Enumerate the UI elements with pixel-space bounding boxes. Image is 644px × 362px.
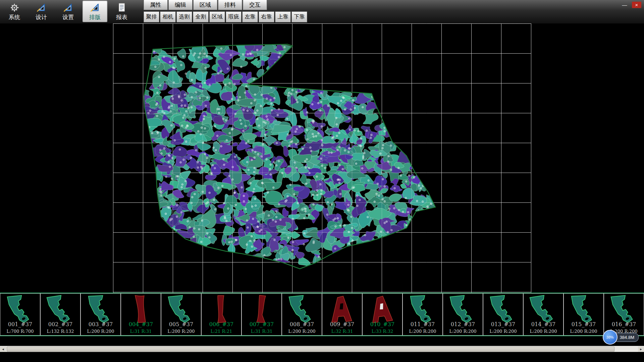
toolbar: 系统设计设置排版报表 属性编辑区域排料交互 聚排相机选割全割区域瑕疵左靠右靠上靠…: [0, 0, 644, 24]
piece-name: 008_#37: [282, 321, 322, 327]
tool-button-3[interactable]: 选割: [176, 11, 192, 22]
piece-name: 010_#37: [363, 321, 402, 327]
nav-button-label: 系统: [9, 13, 20, 21]
piece-thumbnail: [605, 294, 643, 325]
set-square-icon: [63, 2, 73, 13]
piece-thumbnail: [1, 294, 39, 325]
menu-tab-2[interactable]: 编辑: [168, 0, 193, 10]
nav-button-3[interactable]: 设置: [56, 1, 80, 22]
window-controls: — ×: [620, 2, 641, 8]
progress-badge: 38%: [603, 330, 618, 345]
piece-thumbnail: [484, 294, 522, 325]
piece-lr-label: L:200 R:200: [483, 329, 523, 334]
piece-cell-12[interactable]: 012_#37L:200 R:200: [443, 293, 483, 336]
nav-button-2[interactable]: 设计: [29, 1, 54, 22]
scroll-right-arrow[interactable]: ►: [638, 346, 644, 352]
report-icon: [116, 2, 127, 13]
tool-button-2[interactable]: 相机: [160, 11, 176, 22]
menu-tab-1[interactable]: 属性: [144, 0, 168, 10]
piece-thumbnail: [525, 294, 562, 325]
piece-cell-4[interactable]: 004_#37L:31 R:31: [121, 293, 161, 336]
piece-name: 016_#37: [604, 321, 644, 327]
piece-lr-label: L:21 R:21: [202, 329, 241, 334]
piece-cell-13[interactable]: 013_#37L:200 R:200: [483, 293, 523, 336]
piece-name: 013_#37: [483, 321, 523, 327]
menu-tab-5[interactable]: 交互: [243, 0, 267, 10]
piece-name: 015_#37: [564, 321, 603, 327]
nav-button-5[interactable]: 报表: [109, 1, 134, 22]
piece-cell-10[interactable]: 010_#37L:33 R:32: [362, 293, 402, 336]
piece-lr-label: L:200 R:200: [403, 329, 442, 334]
tool-button-4[interactable]: 全割: [193, 11, 209, 22]
piece-lr-label: L:132 R:132: [41, 329, 80, 334]
piece-strip: 001_#37L:700 R:700002_#37L:132 R:132003_…: [0, 293, 644, 336]
piece-cell-5[interactable]: 005_#37L:200 R:200: [161, 293, 201, 336]
app-nav: 系统设计设置排版报表: [2, 1, 134, 22]
piece-lr-label: L:200 R:200: [81, 329, 120, 334]
piece-thumbnail: [243, 294, 280, 325]
piece-name: 005_#37: [161, 321, 201, 327]
piece-name: 003_#37: [81, 321, 120, 327]
nav-button-4[interactable]: 排版: [83, 1, 107, 22]
horizontal-scrollbar[interactable]: ◄ ►: [0, 346, 644, 352]
nav-button-label: 设计: [36, 13, 47, 21]
piece-name: 006_#37: [202, 321, 241, 327]
piece-lr-label: L:31 R:31: [121, 329, 161, 334]
menu-tab-4[interactable]: 排料: [218, 0, 242, 10]
tool-button-8[interactable]: 右靠: [259, 11, 274, 22]
close-button[interactable]: ×: [632, 2, 641, 8]
set-square-icon: [36, 2, 47, 13]
piece-lr-label: L:200 R:200: [564, 329, 603, 334]
menu-block: 属性编辑区域排料交互 聚排相机选割全割区域瑕疵左靠右靠上靠下靠: [144, 0, 307, 22]
piece-cell-3[interactable]: 003_#37L:200 R:200: [80, 293, 121, 336]
piece-lr-label: L:31 R:31: [242, 329, 281, 334]
piece-thumbnail: [82, 294, 119, 325]
scroll-left-arrow[interactable]: ◄: [0, 346, 6, 352]
piece-name: 012_#37: [443, 321, 483, 327]
tool-buttons: 聚排相机选割全割区域瑕疵左靠右靠上靠下靠: [144, 11, 307, 22]
nesting-view: [0, 23, 644, 293]
piece-thumbnail: [42, 294, 79, 325]
piece-lr-label: L:33 R:32: [363, 329, 402, 334]
piece-cell-8[interactable]: 008_#37L:200 R:200: [282, 293, 322, 336]
memory-indicator: 384.8M: [614, 333, 639, 342]
nesting-canvas[interactable]: [0, 23, 644, 293]
menu-tab-3[interactable]: 区域: [193, 0, 217, 10]
nav-button-1[interactable]: 系统: [2, 1, 27, 22]
tool-button-1[interactable]: 聚排: [144, 11, 159, 22]
piece-cell-11[interactable]: 011_#37L:200 R:200: [402, 293, 443, 336]
piece-thumbnail: [565, 294, 602, 325]
piece-cell-15[interactable]: 015_#37L:200 R:200: [564, 293, 604, 336]
status-indicator: 38% 384.8M: [603, 330, 639, 345]
piece-name: 002_#37: [41, 321, 80, 327]
tool-button-9[interactable]: 上靠: [275, 11, 291, 22]
piece-cell-7[interactable]: 007_#37L:31 R:31: [241, 293, 282, 336]
menu-tabs: 属性编辑区域排料交互: [144, 0, 307, 10]
tool-button-10[interactable]: 下靠: [291, 11, 307, 22]
piece-thumbnail: [444, 294, 482, 325]
piece-lr-label: L:200 R:200: [282, 329, 322, 334]
tool-button-7[interactable]: 左靠: [242, 11, 258, 22]
piece-lr-label: L:32 R:31: [322, 329, 362, 334]
piece-name: 001_#37: [0, 321, 40, 327]
minimize-button[interactable]: —: [620, 2, 629, 8]
piece-cell-2[interactable]: 002_#37L:132 R:132: [40, 293, 80, 336]
piece-cell-16[interactable]: 016_#37L:200 R:200: [604, 293, 644, 336]
piece-cell-6[interactable]: 006_#37L:21 R:21: [201, 293, 241, 336]
piece-name: 007_#37: [242, 321, 281, 327]
piece-thumbnail: [283, 294, 321, 325]
piece-name: 009_#37: [322, 321, 362, 327]
piece-thumbnail: [162, 294, 200, 325]
piece-cell-1[interactable]: 001_#37L:700 R:700: [0, 293, 40, 336]
piece-lr-label: L:200 R:200: [524, 329, 563, 334]
piece-thumbnail: [323, 294, 361, 325]
tool-button-5[interactable]: 区域: [209, 11, 225, 22]
piece-lr-label: L:200 R:200: [443, 329, 483, 334]
piece-lr-label: L:700 R:700: [0, 329, 40, 334]
piece-cell-14[interactable]: 014_#37L:200 R:200: [523, 293, 564, 336]
scrollbar-thumb[interactable]: [7, 347, 614, 352]
gear-icon: [9, 2, 20, 13]
piece-thumbnail: [122, 294, 160, 325]
piece-cell-9[interactable]: 009_#37L:32 R:31: [322, 293, 362, 336]
tool-button-6[interactable]: 瑕疵: [226, 11, 241, 22]
